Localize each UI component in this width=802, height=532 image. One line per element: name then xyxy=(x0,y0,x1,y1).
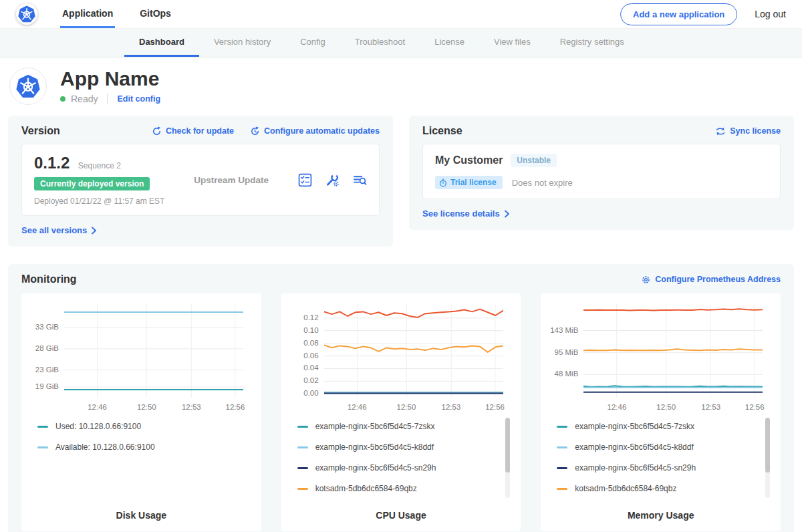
legend-swatch xyxy=(37,426,48,428)
see-all-versions-link[interactable]: See all versions xyxy=(21,225,97,235)
x-axis-labels: 12:4612:5012:5312:56 xyxy=(324,398,503,414)
status-text: Ready xyxy=(71,94,98,104)
kubernetes-logo xyxy=(16,3,37,25)
add-application-button[interactable]: Add a new application xyxy=(620,3,737,25)
y-tick-label: 95 MiB xyxy=(555,348,579,356)
tab-dashboard[interactable]: Dashboard xyxy=(124,29,199,57)
tab-troubleshoot[interactable]: Troubleshoot xyxy=(340,29,420,57)
y-tick-label: 143 MiB xyxy=(550,326,578,334)
version-panel-title: Version xyxy=(21,125,60,137)
legend-swatch xyxy=(297,467,308,469)
customer-name: My Customer xyxy=(435,154,503,166)
legend-swatch xyxy=(297,446,308,448)
chart-title: Memory Usage xyxy=(549,505,773,521)
nav-tab-gitops[interactable]: GitOps xyxy=(138,0,173,28)
version-number: 0.1.2 xyxy=(34,154,70,172)
tab-view-files[interactable]: View files xyxy=(479,29,545,57)
y-tick-label: 0.00 xyxy=(303,389,318,397)
legend-item: kotsadm-5db6dc6584-69qbz xyxy=(557,484,770,493)
y-axis-labels: 0.120.100.080.060.040.020.00 xyxy=(289,304,324,398)
kubernetes-logo-icon xyxy=(18,5,35,23)
chart-legend: example-nginx-5bc6f5d4c5-7zskxexample-ng… xyxy=(557,422,770,493)
series-line xyxy=(324,346,503,352)
y-tick-label: 33 GiB xyxy=(35,323,59,331)
see-license-details-link[interactable]: See license details xyxy=(422,209,510,219)
chart-title: CPU Usage xyxy=(289,505,513,521)
cpu-usage-plot-svg xyxy=(324,304,503,398)
x-tick-label: 12:50 xyxy=(137,403,156,411)
legend-swatch xyxy=(37,446,48,448)
chevron-right-icon xyxy=(91,227,97,235)
divider xyxy=(107,94,108,104)
legend-item: example-nginx-5bc6f5d4c5-k8ddf xyxy=(297,442,511,452)
legend-scrollbar[interactable] xyxy=(765,418,770,498)
app-header: App Name Ready Edit config xyxy=(0,57,802,116)
chart-title: Disk Usage xyxy=(29,505,253,521)
legend-swatch xyxy=(297,488,308,490)
y-tick-label: 28 GiB xyxy=(35,344,59,352)
x-tick-label: 12:50 xyxy=(656,403,676,411)
configure-prometheus-link[interactable]: Configure Prometheus Address xyxy=(641,275,781,285)
legend-label: kotsadm-5db6dc6584-69qbz xyxy=(575,484,676,493)
legend-label: kotsadm-5db6dc6584-69qbz xyxy=(315,484,417,493)
config-wrench-icon[interactable] xyxy=(325,173,340,187)
legend-label: example-nginx-5bc6f5d4c5-k8ddf xyxy=(315,442,434,452)
x-tick-label: 12:53 xyxy=(182,403,201,411)
legend-label: Used: 10.128.0.66:9100 xyxy=(55,422,141,431)
x-tick-label: 12:53 xyxy=(442,403,461,411)
version-source-label: Upstream Update xyxy=(194,175,269,185)
y-tick-label: 0.10 xyxy=(303,326,318,334)
tab-registry-settings[interactable]: Registry settings xyxy=(545,29,639,57)
version-sequence: Sequence 2 xyxy=(78,161,121,170)
x-tick-label: 12:56 xyxy=(485,403,505,411)
y-tick-label: 0.02 xyxy=(303,376,318,384)
y-axis-labels: 143 MiB95 MiB48 MiB xyxy=(549,304,583,398)
nav-tab-application[interactable]: Application xyxy=(60,0,115,28)
release-notes-icon[interactable] xyxy=(298,173,312,187)
refresh-icon xyxy=(152,126,162,136)
tab-config[interactable]: Config xyxy=(285,29,340,57)
legend-swatch xyxy=(557,488,567,490)
app-avatar xyxy=(9,68,47,105)
y-tick-label: 0.12 xyxy=(303,313,318,321)
x-tick-label: 12:56 xyxy=(745,403,765,411)
configure-automatic-updates-link[interactable]: Configure automatic updates xyxy=(250,126,380,136)
chart-legend: Used: 10.128.0.66:9100Available: 10.128.… xyxy=(37,422,251,452)
x-axis-labels: 12:4612:5012:5312:56 xyxy=(64,398,243,414)
page-title: App Name xyxy=(60,68,160,90)
legend-swatch xyxy=(297,426,308,428)
legend-swatch xyxy=(557,467,567,469)
memory-usage-chart-card: 143 MiB95 MiB48 MiB 12:4612:5012:5312:56… xyxy=(541,293,781,531)
plot-area xyxy=(583,304,763,398)
sync-license-link[interactable]: Sync license xyxy=(715,126,781,136)
monitoring-title: Monitoring xyxy=(21,273,77,285)
legend-item: Used: 10.128.0.66:9100 xyxy=(37,422,251,431)
y-tick-label: 0.08 xyxy=(303,339,318,347)
legend-label: example-nginx-5bc6f5d4c5-sn29h xyxy=(315,463,436,473)
legend-label: example-nginx-5bc6f5d4c5-sn29h xyxy=(575,463,696,473)
check-for-update-link[interactable]: Check for update xyxy=(152,126,234,136)
status-dot xyxy=(60,96,65,102)
legend-scrollbar[interactable] xyxy=(505,418,510,498)
trial-license-badge: Trial license xyxy=(435,176,503,189)
monitoring-panel: Monitoring Configure Prometheus Address … xyxy=(8,264,794,532)
legend-item: kotsadm-5db6dc6584-69qbz xyxy=(297,484,511,493)
license-panel: License Sync license My Customer Unstab xyxy=(409,116,794,230)
y-tick-label: 23 GiB xyxy=(35,366,59,374)
current-version-card: 0.1.2 Sequence 2 Currently deployed vers… xyxy=(21,144,380,216)
legend-item: example-nginx-5bc6f5d4c5-sn29h xyxy=(297,463,511,473)
legend-swatch xyxy=(557,426,567,428)
disk-usage-chart-card: 33 GiB28 GiB23 GiB19 GiB 12:4612:5012:53… xyxy=(21,293,261,531)
disk-usage-plot-svg xyxy=(64,304,243,398)
kubernetes-logo-icon xyxy=(16,74,40,98)
deployed-timestamp: Deployed 01/21/22 @ 11:57 am EST xyxy=(34,196,164,206)
deploy-logs-icon[interactable] xyxy=(353,173,367,187)
tab-license[interactable]: License xyxy=(420,29,479,57)
edit-config-link[interactable]: Edit config xyxy=(117,94,160,104)
license-details-card: My Customer Unstable Trial license Does … xyxy=(422,144,781,199)
logout-button[interactable]: Log out xyxy=(755,9,786,19)
legend-label: example-nginx-5bc6f5d4c5-7zskx xyxy=(575,422,694,431)
legend-label: Available: 10.128.0.66:9100 xyxy=(55,442,155,452)
legend-item: example-nginx-5bc6f5d4c5-k8ddf xyxy=(557,442,770,452)
tab-version-history[interactable]: Version history xyxy=(199,29,285,57)
